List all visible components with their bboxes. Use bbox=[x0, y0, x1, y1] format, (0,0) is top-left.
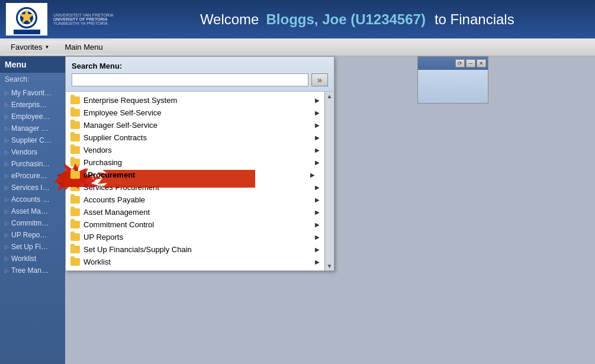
folder-icon bbox=[70, 183, 80, 191]
sidebar-item-employee[interactable]: ▷Employee… bbox=[0, 111, 68, 123]
folder-icon bbox=[70, 221, 80, 228]
arrow-icon: ▶ bbox=[315, 234, 320, 240]
sidebar-item-myfavorites[interactable]: ▷My Favorit… bbox=[0, 87, 68, 99]
dropdown-item-eprocurement[interactable]: eProcurement ▶ bbox=[66, 169, 324, 181]
dropdown-item-manager-self-service[interactable]: Manager Self-Service ▶ bbox=[66, 119, 324, 131]
arrow-icon: ▶ bbox=[315, 134, 320, 141]
favorites-menu[interactable]: Favorites ▼ bbox=[3, 40, 57, 54]
main-menu[interactable]: Main Menu bbox=[57, 40, 110, 54]
dropdown-item-enterprise-request[interactable]: Enterprise Request System ▶ bbox=[66, 94, 324, 107]
sidebar-header: Menu bbox=[0, 56, 68, 73]
sidebar-item-supplier[interactable]: ▷Supplier C… bbox=[0, 134, 68, 146]
sidebar-item-manager[interactable]: ▷Manager … bbox=[0, 123, 68, 134]
svg-rect-4 bbox=[14, 30, 40, 34]
university-line2: UNIVERSITY OF PRETORIA bbox=[53, 17, 114, 21]
sidebar-item-treeman[interactable]: ▷Tree Man… bbox=[0, 265, 68, 276]
sidebar-item-assetmgmt[interactable]: ▷Asset Ma… bbox=[0, 205, 68, 217]
header: UNIVERSITEIT VAN PRETORIA UNIVERSITY OF … bbox=[0, 0, 595, 38]
arrow-icon: ▶ bbox=[310, 172, 315, 178]
arrow-icon: ▶ bbox=[315, 109, 320, 116]
sidebar-item-worklist[interactable]: ▷Worklist bbox=[0, 253, 68, 265]
panel-toolbar: ⟳ ─ ✕ bbox=[418, 57, 488, 70]
sidebar-item-upreports[interactable]: ▷UP Repo… bbox=[0, 229, 68, 241]
dropdown-item-vendors[interactable]: Vendors ▶ bbox=[66, 144, 324, 156]
dropdown-search-label: Search Menu: bbox=[72, 62, 328, 70]
panel-content bbox=[418, 70, 488, 103]
arrow-icon: ▶ bbox=[315, 97, 320, 104]
arrow-icon: ▶ bbox=[315, 259, 320, 265]
sidebar-items: ▷My Favorit… ▷Enterpris… ▷Employee… ▷Man… bbox=[0, 85, 68, 279]
main-content: Menu Search: ▷My Favorit… ▷Enterpris… ▷E… bbox=[0, 56, 595, 364]
sidebar-item-setupfi[interactable]: ▷Set Up Fi… bbox=[0, 241, 68, 253]
scroll-down-arrow[interactable]: ▼ bbox=[327, 263, 333, 269]
arrow-icon: ▶ bbox=[315, 159, 320, 166]
folder-icon bbox=[70, 146, 80, 154]
sidebar-search-label: Search: bbox=[0, 73, 68, 85]
folder-icon bbox=[70, 171, 80, 179]
financials-label: to Financials bbox=[435, 11, 514, 28]
panel-refresh-button[interactable]: ⟳ bbox=[455, 59, 465, 67]
dropdown-item-asset-management[interactable]: Asset Management ▶ bbox=[66, 206, 324, 218]
folder-icon bbox=[70, 109, 80, 117]
sidebar-item-commitment[interactable]: ▷Commitm… bbox=[0, 217, 68, 229]
panel-minimize-button[interactable]: ─ bbox=[466, 59, 475, 67]
favorites-arrow: ▼ bbox=[44, 44, 49, 50]
folder-icon bbox=[70, 246, 80, 253]
arrow-icon: ▶ bbox=[315, 184, 320, 191]
sidebar-item-eprocurement[interactable]: ▷eProcure… bbox=[0, 170, 68, 182]
dropdown-search-input[interactable] bbox=[72, 73, 308, 86]
dropdown-search-bar: Search Menu: » bbox=[66, 57, 334, 92]
sidebar-item-enterprise[interactable]: ▷Enterpris… bbox=[0, 99, 68, 111]
user-label: Bloggs, Joe (U1234567) bbox=[266, 11, 425, 28]
folder-icon bbox=[70, 134, 80, 141]
folder-icon bbox=[70, 159, 80, 166]
folder-icon bbox=[70, 121, 80, 129]
dropdown-item-services-procurement[interactable]: Services Procurement ▶ bbox=[66, 181, 324, 194]
university-line3: YUNIBESITHI YA PRETORIA bbox=[53, 21, 114, 25]
scroll-up-arrow[interactable]: ▲ bbox=[327, 93, 333, 99]
university-logo bbox=[6, 3, 47, 36]
arrow-icon: ▶ bbox=[315, 246, 320, 253]
sidebar-item-accounts[interactable]: ▷Accounts … bbox=[0, 194, 68, 205]
search-go-button[interactable]: » bbox=[311, 73, 328, 86]
arrow-icon: ▶ bbox=[315, 221, 320, 228]
dropdown-items-container: Enterprise Request System ▶ Employee Sel… bbox=[66, 92, 334, 270]
arrow-icon: ▶ bbox=[315, 122, 320, 128]
dropdown-item-accounts-payable[interactable]: Accounts Payable ▶ bbox=[66, 194, 324, 206]
folder-icon bbox=[70, 196, 80, 204]
folder-icon bbox=[70, 96, 80, 104]
dropdown-item-supplier-contracts[interactable]: Supplier Contracts ▶ bbox=[66, 131, 324, 144]
dropdown-item-commitment-control[interactable]: Commitment Control ▶ bbox=[66, 218, 324, 231]
dropdown-item-employee-self-service[interactable]: Employee Self-Service ▶ bbox=[66, 107, 324, 119]
dropdown-search-row: » bbox=[72, 73, 328, 86]
header-title: Welcome Bloggs, Joe (U1234567) to Financ… bbox=[126, 11, 589, 28]
dropdown-menu: Search Menu: » Enterprise Request System… bbox=[65, 56, 335, 271]
welcome-label: Welcome bbox=[200, 11, 259, 28]
sidebar-item-purchasing[interactable]: ▷Purchasin… bbox=[0, 158, 68, 170]
arrow-icon: ▶ bbox=[315, 197, 320, 203]
dropdown-item-up-reports[interactable]: UP Reports ▶ bbox=[66, 231, 324, 243]
arrow-icon: ▶ bbox=[315, 209, 320, 215]
dropdown-items-list: Enterprise Request System ▶ Employee Sel… bbox=[66, 92, 324, 270]
right-panel: ⟳ ─ ✕ bbox=[417, 56, 488, 104]
dropdown-item-worklist[interactable]: Worklist ▶ bbox=[66, 256, 324, 268]
dropdown-item-purchasing[interactable]: Purchasing ▶ bbox=[66, 156, 324, 169]
folder-icon bbox=[70, 258, 80, 266]
folder-icon bbox=[70, 208, 80, 216]
university-line1: UNIVERSITEIT VAN PRETORIA bbox=[53, 13, 114, 17]
sidebar: Menu Search: ▷My Favorit… ▷Enterpris… ▷E… bbox=[0, 56, 68, 364]
dropdown-scrollbar[interactable]: ▲ ▼ bbox=[324, 92, 334, 270]
sidebar-item-vendors[interactable]: ▷Vendors bbox=[0, 146, 68, 158]
sidebar-item-services[interactable]: ▷Services I… bbox=[0, 182, 68, 194]
panel-close-button[interactable]: ✕ bbox=[477, 59, 486, 67]
arrow-icon: ▶ bbox=[315, 147, 320, 153]
dropdown-item-setup-financials[interactable]: Set Up Financials/Supply Chain ▶ bbox=[66, 243, 324, 256]
navbar: Favorites ▼ Main Menu bbox=[0, 38, 595, 56]
folder-icon bbox=[70, 233, 80, 241]
